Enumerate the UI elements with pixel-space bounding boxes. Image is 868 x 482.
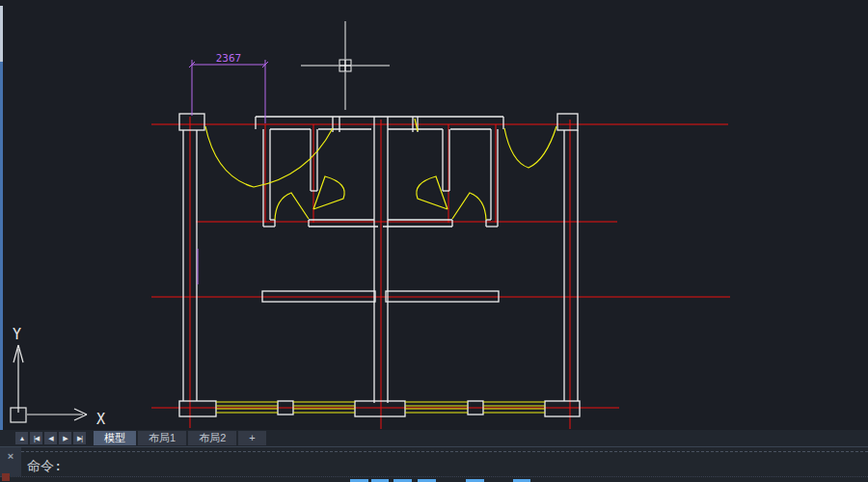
ucs-y-label: Y [13,326,21,343]
ucs-icon [74,415,87,420]
wall-pier [545,401,580,416]
crosshair-aperture [339,66,345,71]
layout-tab-bar: ▲|◀◀▶▶| 模型布局1布局2+ [0,430,868,446]
wall-pier [557,114,578,130]
tabnav-last-button[interactable]: ▶| [73,432,86,444]
left-scrollbar-thumb[interactable] [0,62,3,440]
ucs-x-label: X [96,411,105,428]
door-swing-arc [452,193,486,220]
wall-pier [179,401,216,416]
tab-model[interactable]: 模型 [94,431,136,445]
cad-window: 2367YX ▲|◀◀▶▶| 模型布局1布局2+ × 命令: [0,0,868,482]
command-line-panel: × 命令: [0,446,868,476]
door-swing-arc [275,193,309,220]
tab-layout2[interactable]: 布局2 [188,431,236,445]
tabnav-menu-up-button[interactable]: ▲ [15,432,28,444]
status-bar [0,476,868,482]
crosshair-aperture [339,60,345,66]
command-input[interactable]: 命令: [21,451,868,476]
wall-pier [355,401,405,416]
tabnav-prev-button[interactable]: ◀ [44,432,57,444]
tab-layout1[interactable]: 布局1 [138,431,186,445]
tabnav-first-button[interactable]: |◀ [30,432,42,444]
ucs-icon [14,345,18,362]
layout-tabs: 模型布局1布局2+ [94,431,266,445]
ucs-icon [74,409,87,415]
crosshair-aperture [345,66,351,71]
tabnav-next-button[interactable]: ▶ [59,432,71,444]
crosshair-aperture [345,60,351,66]
dimension-text: 2367 [216,52,242,65]
command-prompt: 命令: [27,458,62,473]
door-swing-arc [504,126,556,168]
close-icon[interactable]: × [8,450,14,462]
door-swing-arc [313,176,344,209]
wall-pier [179,114,204,130]
command-gutter: × [0,447,21,476]
left-scrollbar-track[interactable] [0,6,3,62]
status-indicator [2,473,10,481]
floor-plan-drawing: 2367YX [0,0,868,430]
drawing-canvas[interactable]: 2367YX [0,0,868,430]
tab-nav-buttons: ▲|◀◀▶▶| [15,432,86,444]
tab-new-layout[interactable]: + [238,431,265,445]
ucs-icon [18,345,23,362]
